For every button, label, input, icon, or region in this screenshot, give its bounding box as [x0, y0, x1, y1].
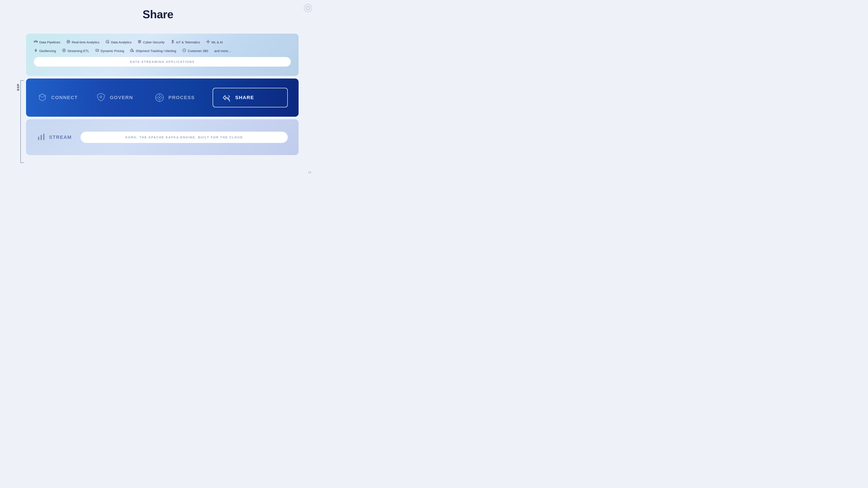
svg-marker-1 [308, 6, 308, 8]
svg-point-32 [100, 97, 101, 97]
share-label: SHARE [235, 95, 254, 100]
kora-bar: KORA: THE APACHE KAFKA ENGINE, BUILT FOR… [81, 132, 288, 143]
dsp-label: DSP [17, 84, 20, 91]
page-number: 19 [308, 171, 311, 174]
svg-point-22 [35, 50, 36, 51]
page-title: Share [0, 0, 316, 27]
tag-ml-ai: ML & AI [206, 40, 229, 44]
govern-icon [95, 92, 106, 103]
govern-nav-item: GOVERN [95, 92, 154, 103]
cyber-security-icon [137, 40, 142, 44]
dsp-bracket [21, 80, 24, 163]
dsp-wrapper: DSP Data Pipelines [18, 34, 299, 166]
svg-marker-2 [308, 8, 308, 9]
tag-data-analytics: Data Analytics [105, 40, 137, 44]
tag-realtime-analytics: Real-time Analytics [66, 40, 106, 44]
tag-data-pipelines: Data Pipelines [34, 40, 66, 44]
streaming-etl-icon [62, 48, 66, 53]
stream-icon [37, 132, 45, 142]
tag-cyber-security-label: Cyber-Security [143, 40, 164, 44]
tag-customer-360: Customer 360 [182, 48, 214, 53]
svg-point-6 [67, 40, 70, 43]
stream-label-wrap: STREAM [37, 132, 72, 142]
iot-telematics-icon [171, 40, 175, 44]
svg-point-16 [206, 41, 207, 42]
tag-iot-telematics: IoT & Telematics [171, 40, 206, 44]
shipment-tracking-icon [130, 48, 134, 53]
tag-cyber-security: Cyber-Security [137, 40, 170, 44]
svg-point-12 [172, 41, 173, 42]
process-label: PROCESS [168, 95, 195, 100]
geofencing-icon [34, 48, 38, 53]
tag-geofencing: Geofencing [34, 48, 62, 53]
svg-point-15 [208, 43, 208, 43]
svg-point-7 [68, 41, 69, 42]
svg-point-13 [208, 41, 209, 42]
tag-streaming-etl: Streaming ETL [62, 48, 95, 53]
tag-customer-360-label: Customer 360 [188, 49, 208, 53]
connect-icon [37, 92, 48, 103]
svg-point-27 [131, 52, 131, 52]
compass-icon [304, 4, 312, 12]
tags-row1: Data Pipelines Real-time Analytics [34, 40, 291, 44]
svg-rect-24 [96, 49, 99, 52]
bottom-card: STREAM KORA: THE APACHE KAFKA ENGINE, BU… [26, 119, 299, 155]
govern-label: GOVERN [110, 95, 133, 100]
middle-card: CONNECT GOVERN PROCESS [26, 78, 299, 117]
tag-dynamic-pricing-label: Dynamic Pricing [101, 49, 124, 53]
tag-and-more: and more... [214, 48, 237, 53]
svg-point-28 [133, 52, 133, 52]
tag-realtime-analytics-label: Real-time Analytics [72, 40, 100, 44]
tag-streaming-etl-label: Streaming ETL [67, 49, 89, 53]
connect-nav-item: CONNECT [37, 92, 95, 103]
tag-ml-ai-label: ML & AI [212, 40, 223, 44]
svg-line-10 [108, 43, 109, 43]
customer-360-icon [182, 48, 186, 53]
data-streaming-bar: DATA STREAMING APPLICATIONS [34, 57, 291, 67]
tag-and-more-label: and more... [214, 49, 231, 53]
share-button[interactable]: SHARE [213, 88, 288, 107]
svg-rect-26 [130, 50, 132, 52]
top-card: Data Pipelines Real-time Analytics [26, 34, 299, 76]
svg-rect-11 [139, 41, 140, 42]
tag-shipment-tracking-label: Shipment Tracking / Alerting [135, 49, 176, 53]
tag-dynamic-pricing: Dynamic Pricing [95, 48, 130, 53]
tag-shipment-tracking: Shipment Tracking / Alerting [130, 48, 182, 53]
svg-rect-36 [38, 137, 39, 140]
svg-point-35 [159, 97, 160, 98]
connect-label: CONNECT [51, 95, 78, 100]
svg-point-25 [98, 51, 98, 51]
svg-point-17 [209, 41, 210, 42]
share-icon [221, 92, 232, 103]
data-pipelines-icon [34, 40, 38, 44]
process-icon [154, 92, 165, 103]
tag-data-analytics-label: Data Analytics [111, 40, 131, 44]
tag-data-pipelines-label: Data Pipelines [39, 40, 60, 44]
tags-row2: Geofencing Streaming ETL [34, 48, 291, 53]
stream-label: STREAM [49, 134, 72, 140]
svg-point-14 [208, 40, 208, 40]
svg-point-29 [183, 49, 186, 52]
svg-point-30 [184, 50, 185, 51]
svg-rect-37 [40, 135, 42, 140]
svg-point-23 [62, 49, 65, 52]
process-nav-item: PROCESS [154, 92, 213, 103]
tag-geofencing-label: Geofencing [39, 49, 56, 53]
realtime-analytics-icon [66, 40, 70, 44]
ml-ai-icon [206, 40, 210, 44]
dynamic-pricing-icon [95, 48, 99, 53]
svg-rect-38 [43, 134, 44, 140]
tag-iot-telematics-label: IoT & Telematics [176, 40, 200, 44]
data-analytics-icon [105, 40, 110, 44]
